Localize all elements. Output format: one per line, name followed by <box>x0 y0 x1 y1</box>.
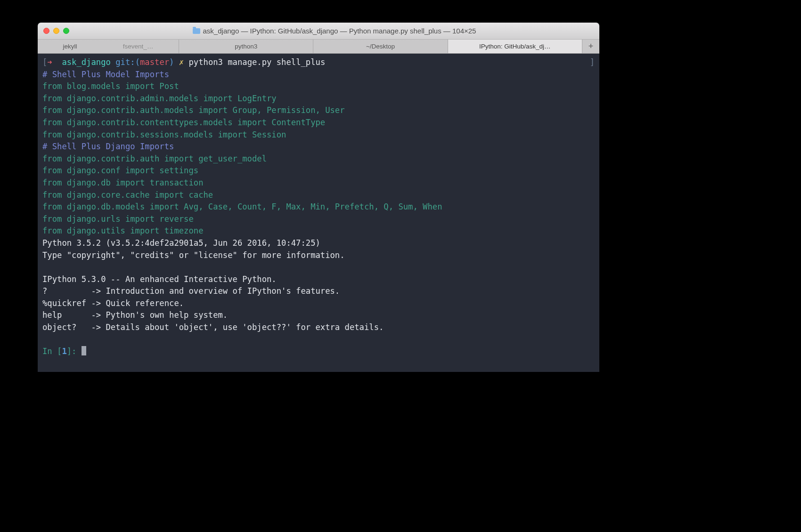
tab-label: IPython: GitHub/ask_dj… <box>479 43 551 50</box>
shell-output: from blog.models import Post <box>42 81 179 91</box>
folder-icon <box>193 28 200 34</box>
tab-label: jekyll <box>63 43 77 50</box>
shell-output: from django.contrib.sessions.models impo… <box>42 130 286 139</box>
shell-output: # Shell Plus Django Imports <box>42 142 174 151</box>
prompt-git-post: ) <box>169 57 174 67</box>
cursor-icon <box>82 346 86 355</box>
minimize-icon[interactable] <box>53 28 59 34</box>
shell-output: help -> Python's own help system. <box>42 310 228 320</box>
tab-bar: jekyll fsevent_… python3 ~/Desktop IPyth… <box>38 40 599 54</box>
shell-output: ? -> Introduction and overview of IPytho… <box>42 286 340 296</box>
tab-label: python3 <box>235 43 257 50</box>
traffic-lights <box>43 28 69 34</box>
shell-output: from django.contrib.auth import get_user… <box>42 154 267 163</box>
tab-ipython-active[interactable]: IPython: GitHub/ask_dj… <box>448 40 582 53</box>
prompt-bracket: [ <box>42 57 47 67</box>
ipython-in-num: 1 <box>62 347 66 356</box>
window-title: ask_django — IPython: GitHub/ask_django … <box>203 27 476 35</box>
prompt-dir: ask_django <box>62 57 110 67</box>
prompt-command: python3 manage.py shell_plus <box>184 57 325 67</box>
plus-icon: + <box>588 41 594 51</box>
shell-output: from django.contrib.admin.models import … <box>42 94 277 103</box>
shell-output: %quickref -> Quick reference. <box>42 298 184 308</box>
prompt-git-pre: git:( <box>111 57 140 67</box>
tab-group-jekyll[interactable]: jekyll fsevent_… <box>38 40 179 53</box>
shell-output: from django.db.models import Avg, Case, … <box>42 202 442 211</box>
tab-label: ~/Desktop <box>366 43 395 50</box>
titlebar[interactable]: ask_django — IPython: GitHub/ask_django … <box>38 23 599 40</box>
new-tab-button[interactable]: + <box>582 40 599 53</box>
tab-python3[interactable]: python3 <box>179 40 313 53</box>
terminal-window: ask_django — IPython: GitHub/ask_django … <box>38 23 599 372</box>
tab-label: fsevent_… <box>123 43 154 50</box>
shell-output: Type "copyright", "credits" or "license"… <box>42 250 345 260</box>
tab-desktop[interactable]: ~/Desktop <box>313 40 448 53</box>
prompt-arrow: ➜ <box>47 57 62 67</box>
shell-output: object? -> Details about 'object', use '… <box>42 322 384 332</box>
close-icon[interactable] <box>43 28 49 34</box>
ipython-in-prompt: In [ <box>42 347 62 356</box>
window-title-wrap: ask_django — IPython: GitHub/ask_django … <box>75 27 594 35</box>
shell-output: Python 3.5.2 (v3.5.2:4def2a2901a5, Jun 2… <box>42 238 320 248</box>
shell-output: from django.db import transaction <box>42 178 203 187</box>
shell-output: # Shell Plus Model Imports <box>42 70 169 79</box>
shell-output: from django.core.cache import cache <box>42 190 213 200</box>
prompt-branch: master <box>140 57 169 67</box>
prompt-bracket-right: ] <box>590 56 595 69</box>
shell-output: IPython 5.3.0 -- An enhanced Interactive… <box>42 274 277 284</box>
shell-output: from django.contrib.auth.models import G… <box>42 105 345 115</box>
terminal-content[interactable]: [➜ ask_django git:(master) ✗ python3 man… <box>38 54 599 372</box>
prompt-dirty: ✗ <box>174 57 184 67</box>
shell-output: from django.conf import settings <box>42 166 198 175</box>
shell-output: from django.urls import reverse <box>42 214 194 224</box>
zoom-icon[interactable] <box>63 28 69 34</box>
shell-output: from django.utils import timezone <box>42 226 203 235</box>
shell-output: from django.contrib.contenttypes.models … <box>42 118 325 127</box>
ipython-in-post: ]: <box>67 347 82 356</box>
